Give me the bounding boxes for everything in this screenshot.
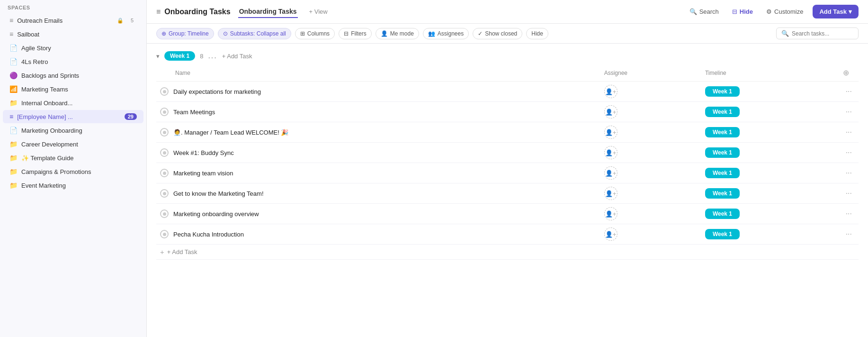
timeline-badge[interactable]: Week 1: [705, 147, 740, 158]
task-timeline-cell: Week 1: [701, 183, 839, 204]
assignee-button[interactable]: 👤+: [604, 105, 617, 118]
group-timeline-chip[interactable]: ⊕ Group: Timeline: [156, 28, 214, 39]
assignee-button[interactable]: 👤+: [604, 126, 617, 139]
spaces-label: Spaces: [0, 0, 146, 13]
search-button[interactable]: 🔍 Search: [686, 6, 723, 18]
timeline-badge[interactable]: Week 1: [705, 188, 740, 199]
sidebar-item-4ls-retro[interactable]: 📄 4Ls Retro: [3, 55, 143, 68]
columns-button[interactable]: ⊞ Columns: [295, 28, 335, 39]
sidebar-item-backlogs-sprints[interactable]: 🟣 Backlogs and Sprints: [3, 69, 143, 82]
me-mode-label: Me mode: [390, 30, 414, 37]
task-status-circle[interactable]: [160, 87, 169, 96]
sidebar-item-template-guide[interactable]: 📁 ✨ Template Guide: [3, 151, 143, 164]
task-status-circle[interactable]: [160, 148, 169, 157]
search-label: Search: [699, 8, 719, 15]
person-icon: 👤: [381, 30, 388, 37]
task-timeline-cell: Week 1: [701, 82, 839, 102]
task-timeline-cell: Week 1: [701, 122, 839, 143]
task-name-text: Team Meetings: [173, 109, 215, 116]
customize-label: Customize: [774, 8, 803, 15]
sidebar-item-event-marketing[interactable]: 📁 Event Marketing: [3, 179, 143, 192]
sidebar-item-internal-onboard[interactable]: 📁 Internal Onboard... ··· +: [3, 96, 143, 109]
sidebar: Spaces ≡ Outreach Emails 🔒 5 ≡ Sailboat …: [0, 0, 147, 337]
task-name-text: 🧑‍💼. Manager / Team Lead WELCOME! 🎉: [173, 129, 288, 136]
task-more-button[interactable]: ···: [843, 86, 855, 96]
task-search-input[interactable]: [792, 30, 853, 37]
me-mode-button[interactable]: 👤 Me mode: [376, 28, 419, 39]
sidebar-item-marketing-onboarding[interactable]: 📄 Marketing Onboarding: [3, 124, 143, 137]
sidebar-item-agile-story[interactable]: 📄 Agile Story: [3, 41, 143, 55]
header-tabs: Onboarding Tasks: [238, 6, 298, 18]
task-more-button[interactable]: ···: [843, 127, 855, 137]
task-status-circle[interactable]: [160, 108, 169, 116]
search-tasks-icon: 🔍: [781, 30, 789, 37]
timeline-badge[interactable]: Week 1: [705, 127, 740, 137]
add-column-icon[interactable]: ⊕: [843, 69, 849, 77]
filters-button[interactable]: ⊟ Filters: [339, 28, 372, 39]
timeline-badge[interactable]: Week 1: [705, 229, 740, 239]
sidebar-item-label: Marketing Onboarding: [21, 127, 137, 134]
sidebar-item-sailboat[interactable]: ≡ Sailboat: [3, 27, 143, 41]
task-assignee-cell: 👤+: [600, 102, 701, 122]
task-more-cell: ···: [839, 183, 859, 204]
layers-icon: ⊕: [161, 30, 166, 37]
folder-icon: 📁: [9, 140, 18, 148]
hide-toolbar-button[interactable]: Hide: [526, 28, 548, 39]
check-circle-icon: ✓: [478, 30, 483, 37]
timeline-column-header: Timeline: [701, 66, 839, 82]
timeline-badge[interactable]: Week 1: [705, 209, 740, 219]
task-status-circle[interactable]: [160, 230, 169, 238]
collapse-week-icon[interactable]: ▾: [156, 53, 160, 60]
sidebar-item-campaigns-promotions[interactable]: 📁 Campaigns & Promotions: [3, 165, 143, 178]
task-more-button[interactable]: ···: [843, 188, 855, 198]
assignee-button[interactable]: 👤+: [604, 166, 617, 180]
sidebar-item-outreach-emails[interactable]: ≡ Outreach Emails 🔒 5: [3, 14, 143, 27]
assignee-button[interactable]: 👤+: [604, 85, 617, 98]
task-status-circle[interactable]: [160, 128, 169, 137]
sidebar-item-career-development[interactable]: 📁 Career Development: [3, 137, 143, 151]
task-more-cell: ···: [839, 204, 859, 224]
assignee-button[interactable]: 👤+: [604, 187, 617, 200]
sidebar-item-employee-name[interactable]: ≡ [Employee Name] ... 29: [3, 110, 143, 123]
week-add-task-button[interactable]: + Add Task: [222, 53, 252, 60]
timeline-badge[interactable]: Week 1: [705, 168, 740, 178]
sidebar-item-label: Internal Onboard...: [21, 100, 123, 107]
assignees-button[interactable]: 👥 Assignees: [423, 28, 469, 39]
add-task-cell: + + Add Task: [156, 245, 859, 260]
task-status-circle[interactable]: [160, 169, 169, 177]
task-status-circle[interactable]: [160, 189, 169, 198]
timeline-badge[interactable]: Week 1: [705, 107, 740, 117]
customize-button[interactable]: ⚙ Customize: [762, 6, 807, 18]
add-task-inline-button[interactable]: + + Add Task: [160, 248, 855, 256]
assignee-button[interactable]: 👤+: [604, 146, 617, 159]
subtasks-chip[interactable]: ⊙ Subtasks: Collapse all: [218, 28, 291, 39]
week-badge[interactable]: Week 1: [164, 51, 195, 61]
week-more-button[interactable]: ...: [208, 52, 217, 60]
doc-icon: 📄: [9, 58, 18, 65]
group-timeline-label: Group: Timeline: [169, 30, 209, 37]
wifi-icon: 📶: [9, 85, 18, 93]
task-more-button[interactable]: ···: [843, 107, 855, 117]
subtasks-icon: ⊙: [223, 30, 228, 37]
add-column-header[interactable]: ⊕: [839, 66, 859, 82]
hide-icon: ⊟: [732, 8, 737, 15]
header-title-group: ≡ Onboarding Tasks: [156, 8, 231, 16]
task-more-button[interactable]: ···: [843, 168, 855, 178]
add-task-button[interactable]: Add Task ▾: [813, 5, 859, 18]
task-status-circle[interactable]: [160, 209, 169, 218]
hide-button[interactable]: ⊟ Hide: [728, 6, 757, 18]
tab-onboarding-tasks[interactable]: Onboarding Tasks: [238, 6, 298, 18]
task-more-button[interactable]: ···: [843, 229, 855, 239]
task-assignee-cell: 👤+: [600, 204, 701, 224]
toolbar: ⊕ Group: Timeline ⊙ Subtasks: Collapse a…: [147, 24, 868, 44]
sidebar-item-label: [Employee Name] ...: [17, 113, 121, 120]
hide-label: Hide: [740, 8, 753, 15]
task-more-button[interactable]: ···: [843, 147, 855, 157]
sidebar-item-marketing-teams[interactable]: 📶 Marketing Teams ··· +: [3, 82, 143, 96]
show-closed-button[interactable]: ✓ Show closed: [473, 28, 522, 39]
assignee-button[interactable]: 👤+: [604, 207, 617, 220]
timeline-badge[interactable]: Week 1: [705, 86, 740, 97]
task-more-button[interactable]: ···: [843, 209, 855, 219]
assignee-button[interactable]: 👤+: [604, 228, 617, 241]
add-view-button[interactable]: + View: [305, 6, 331, 17]
